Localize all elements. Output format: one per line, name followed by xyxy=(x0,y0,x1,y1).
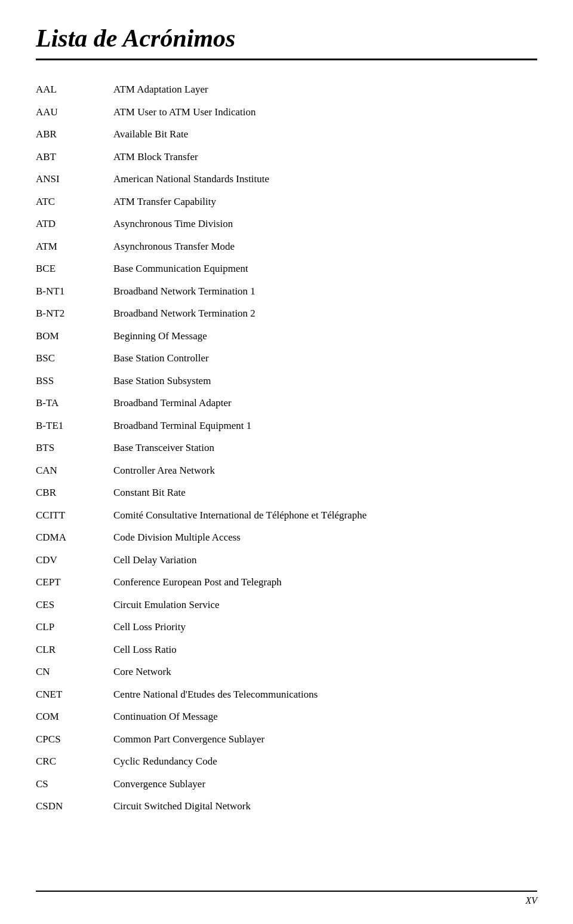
acronym-definition: Broadband Network Termination 1 xyxy=(113,280,537,303)
page-title: Lista de Acrónimos xyxy=(36,24,537,60)
acronym-definition: Circuit Switched Digital Network xyxy=(113,795,537,818)
acronym-definition: Core Network xyxy=(113,661,537,683)
table-row: ATMAsynchronous Transfer Mode xyxy=(36,235,537,258)
page-number: XV xyxy=(525,895,537,906)
page-footer: XV xyxy=(36,891,537,906)
acronym-definition: Common Part Convergence Sublayer xyxy=(113,728,537,751)
table-row: B-TABroadband Terminal Adapter xyxy=(36,392,537,415)
table-row: ATDAsynchronous Time Division xyxy=(36,213,537,235)
acronym-abbr: AAU xyxy=(36,101,113,124)
acronym-abbr: B-NT1 xyxy=(36,280,113,303)
acronym-abbr: CPCS xyxy=(36,728,113,751)
table-row: AAUATM User to ATM User Indication xyxy=(36,101,537,124)
acronym-abbr: CEPT xyxy=(36,571,113,594)
acronym-abbr: CS xyxy=(36,773,113,796)
acronym-abbr: BCE xyxy=(36,257,113,280)
acronym-definition: ATM User to ATM User Indication xyxy=(113,101,537,124)
table-row: CCITTComité Consultative International d… xyxy=(36,504,537,527)
acronym-definition: Cell Loss Ratio xyxy=(113,638,537,661)
table-row: BSSBase Station Subsystem xyxy=(36,370,537,392)
acronym-abbr: CNET xyxy=(36,683,113,706)
acronym-definition: Base Station Subsystem xyxy=(113,370,537,392)
acronym-abbr: CAN xyxy=(36,459,113,482)
acronym-abbr: CES xyxy=(36,594,113,616)
table-row: BSCBase Station Controller xyxy=(36,347,537,370)
table-row: CSDNCircuit Switched Digital Network xyxy=(36,795,537,818)
acronym-abbr: CLP xyxy=(36,616,113,638)
acronym-abbr: BTS xyxy=(36,437,113,459)
table-row: CEPTConference European Post and Telegra… xyxy=(36,571,537,594)
table-row: CDVCell Delay Variation xyxy=(36,549,537,572)
table-row: ABTATM Block Transfer xyxy=(36,146,537,168)
acronym-abbr: B-TE1 xyxy=(36,415,113,437)
acronym-definition: Available Bit Rate xyxy=(113,123,537,146)
acronym-abbr: BSC xyxy=(36,347,113,370)
table-row: B-NT2Broadband Network Termination 2 xyxy=(36,302,537,325)
acronym-definition: Beginning Of Message xyxy=(113,325,537,348)
acronym-abbr: CRC xyxy=(36,750,113,773)
table-row: COMContinuation Of Message xyxy=(36,705,537,728)
table-row: AALATM Adaptation Layer xyxy=(36,78,537,101)
table-row: CPCSCommon Part Convergence Sublayer xyxy=(36,728,537,751)
acronym-definition: Convergence Sublayer xyxy=(113,773,537,796)
acronym-definition: American National Standards Institute xyxy=(113,168,537,191)
acronym-abbr: CLR xyxy=(36,638,113,661)
acronym-definition: Cell Loss Priority xyxy=(113,616,537,638)
acronym-abbr: COM xyxy=(36,705,113,728)
acronym-abbr: CDV xyxy=(36,549,113,572)
acronym-definition: ATM Block Transfer xyxy=(113,146,537,168)
table-row: BCEBase Communication Equipment xyxy=(36,257,537,280)
acronym-abbr: ATD xyxy=(36,213,113,235)
table-row: CESCircuit Emulation Service xyxy=(36,594,537,616)
acronym-abbr: ABT xyxy=(36,146,113,168)
table-row: ATCATM Transfer Capability xyxy=(36,191,537,213)
acronym-definition: Base Transceiver Station xyxy=(113,437,537,459)
table-row: CLPCell Loss Priority xyxy=(36,616,537,638)
acronym-abbr: CBR xyxy=(36,481,113,504)
table-row: CRCCyclic Redundancy Code xyxy=(36,750,537,773)
acronym-definition: Continuation Of Message xyxy=(113,705,537,728)
acronym-abbr: ATM xyxy=(36,235,113,258)
table-row: CSConvergence Sublayer xyxy=(36,773,537,796)
table-row: BOMBeginning Of Message xyxy=(36,325,537,348)
acronym-definition: Conference European Post and Telegraph xyxy=(113,571,537,594)
acronym-abbr: CCITT xyxy=(36,504,113,527)
table-row: CLRCell Loss Ratio xyxy=(36,638,537,661)
acronym-definition: Cell Delay Variation xyxy=(113,549,537,572)
acronym-definition: Asynchronous Transfer Mode xyxy=(113,235,537,258)
acronym-abbr: AAL xyxy=(36,78,113,101)
table-row: CANController Area Network xyxy=(36,459,537,482)
acronym-abbr: ANSI xyxy=(36,168,113,191)
acronym-definition: ATM Transfer Capability xyxy=(113,191,537,213)
acronym-definition: ATM Adaptation Layer xyxy=(113,78,537,101)
acronym-abbr: BSS xyxy=(36,370,113,392)
acronym-abbr: CDMA xyxy=(36,526,113,549)
acronym-definition: Base Station Controller xyxy=(113,347,537,370)
acronym-abbr: B-TA xyxy=(36,392,113,415)
table-row: ANSIAmerican National Standards Institut… xyxy=(36,168,537,191)
acronym-definition: Broadband Terminal Adapter xyxy=(113,392,537,415)
table-row: B-TE1Broadband Terminal Equipment 1 xyxy=(36,415,537,437)
acronym-definition: Base Communication Equipment xyxy=(113,257,537,280)
acronym-definition: Broadband Terminal Equipment 1 xyxy=(113,415,537,437)
acronym-definition: Centre National d'Etudes des Telecommuni… xyxy=(113,683,537,706)
acronym-definition: Circuit Emulation Service xyxy=(113,594,537,616)
acronym-definition: Code Division Multiple Access xyxy=(113,526,537,549)
table-row: B-NT1Broadband Network Termination 1 xyxy=(36,280,537,303)
acronym-abbr: CN xyxy=(36,661,113,683)
acronym-definition: Comité Consultative International de Tél… xyxy=(113,504,537,527)
acronym-abbr: BOM xyxy=(36,325,113,348)
table-row: CNETCentre National d'Etudes des Telecom… xyxy=(36,683,537,706)
acronym-abbr: ABR xyxy=(36,123,113,146)
acronym-definition: Asynchronous Time Division xyxy=(113,213,537,235)
acronym-table: AALATM Adaptation LayerAAUATM User to AT… xyxy=(36,78,537,818)
table-row: CDMACode Division Multiple Access xyxy=(36,526,537,549)
table-row: BTSBase Transceiver Station xyxy=(36,437,537,459)
acronym-abbr: CSDN xyxy=(36,795,113,818)
acronym-abbr: B-NT2 xyxy=(36,302,113,325)
acronym-abbr: ATC xyxy=(36,191,113,213)
acronym-definition: Constant Bit Rate xyxy=(113,481,537,504)
acronym-definition: Controller Area Network xyxy=(113,459,537,482)
table-row: CBRConstant Bit Rate xyxy=(36,481,537,504)
table-row: CNCore Network xyxy=(36,661,537,683)
